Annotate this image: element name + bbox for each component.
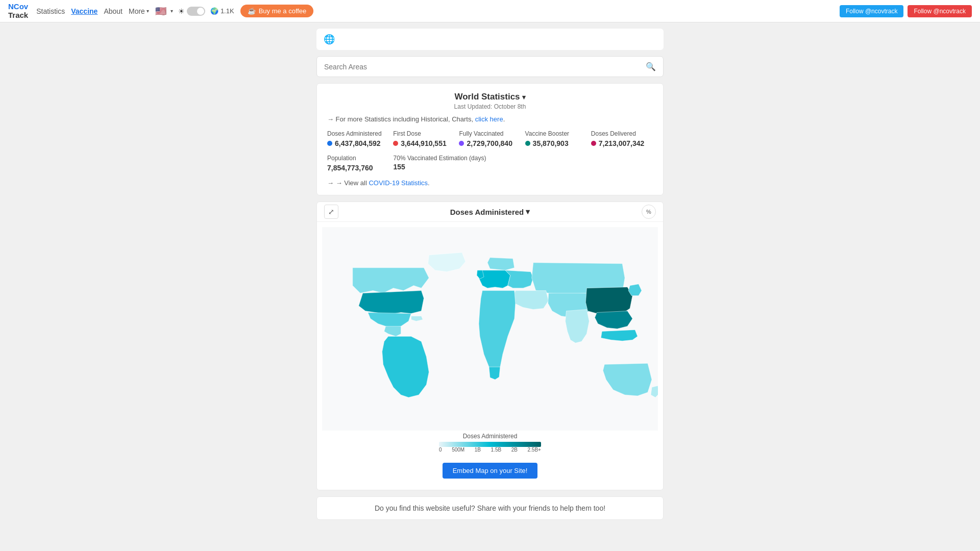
brand-track: Track	[8, 11, 28, 20]
embed-section: Embed Map on your Site!	[322, 457, 658, 485]
legend-bar-container: 0 500M 1B 1.5B 2B 2.5B+	[439, 442, 541, 453]
nav-vaccine[interactable]: Vaccine	[71, 7, 97, 15]
stats-click-here-link[interactable]: click here	[475, 115, 503, 123]
legend-bar	[439, 442, 541, 447]
toggle-track[interactable]	[187, 7, 205, 16]
percentage-toggle-button[interactable]: %	[642, 205, 656, 219]
flag-arrow-icon: ▾	[170, 8, 173, 14]
world-stats-card: World Statistics ▾ Last Updated: October…	[316, 83, 664, 195]
stats-info-prefix: → For more Statistics including Historic…	[327, 115, 473, 123]
stats-title: World Statistics ▾	[327, 92, 653, 102]
chevron-down-icon: ▾	[146, 8, 149, 14]
legend-labels: 0 500M 1B 1.5B 2B 2.5B+	[439, 447, 541, 453]
dot-red-icon	[393, 141, 398, 146]
dot-blue-icon	[327, 141, 332, 146]
view-all: → → View all COVID-19 Statistics.	[327, 179, 653, 187]
stats-updated: Last Updated: October 8th	[327, 103, 653, 110]
navbar: NCov Track Statistics Vaccine About More…	[0, 0, 980, 22]
world-map-svg	[322, 227, 658, 431]
view-all-arrow-icon: →	[327, 179, 334, 187]
toggle-thumb	[197, 8, 204, 15]
brand-link[interactable]: NCov Track	[8, 3, 28, 19]
dot-teal-icon	[525, 141, 530, 146]
legend-bar-wrapper: 0 500M 1B 1.5B 2B 2.5B+	[322, 442, 658, 453]
sun-icon: ☀	[178, 7, 185, 15]
stat-doses-administered: Doses Administered 6,437,804,592	[327, 130, 389, 147]
map-container: Doses Administered 0 500M 1B 1.5B 2B 2.5…	[317, 222, 663, 490]
brand-ncov: NCov	[8, 3, 28, 11]
coffee-icon: ☕	[248, 7, 256, 15]
stat-fully-vaccinated: Fully Vaccinated 2,729,700,840	[459, 130, 521, 147]
map-title-arrow-icon[interactable]: ▾	[526, 207, 530, 216]
stat-doses-delivered: Doses Delivered 7,213,007,342	[591, 130, 653, 147]
map-title: Doses Administered ▾	[450, 207, 530, 216]
stats-info: → For more Statistics including Historic…	[327, 115, 653, 123]
globe-card: 🌐	[316, 29, 664, 50]
nav-more-label: More	[129, 7, 145, 15]
red-follow-button[interactable]: Follow @ncovtrack	[908, 5, 972, 17]
map-card: ⤢ Doses Administered ▾ %	[316, 202, 664, 490]
nav-right-actions: Follow @ncovtrack Follow @ncovtrack	[840, 5, 972, 17]
twitter-follow-button[interactable]: Follow @ncovtrack	[840, 5, 904, 17]
map-legend: Doses Administered 0 500M 1B 1.5B 2B 2.5…	[322, 431, 658, 457]
stat-population: Population 7,854,773,760	[327, 155, 373, 172]
theme-toggle[interactable]: ☀	[178, 7, 205, 16]
legend-title: Doses Administered	[322, 433, 658, 440]
dot-purple-icon	[459, 141, 464, 146]
map-header: ⤢ Doses Administered ▾ %	[317, 202, 663, 222]
share-text: Do you find this website useful? Share w…	[375, 504, 605, 512]
search-icon[interactable]: 🔍	[646, 62, 656, 71]
stats-grid: Doses Administered 6,437,804,592 First D…	[327, 130, 653, 147]
visitor-count: 🌍 1.1K	[210, 7, 234, 15]
stat-booster: Vaccine Booster 35,870,903	[525, 130, 587, 147]
expand-button[interactable]: ⤢	[324, 205, 338, 219]
stats-title-arrow-icon[interactable]: ▾	[522, 93, 526, 101]
stats-extra: Population 7,854,773,760 70% Vaccinated …	[327, 155, 653, 172]
globe-icon: 🌐	[324, 34, 335, 45]
share-card: Do you find this website useful? Share w…	[316, 496, 664, 520]
stat-first-dose: First Dose 3,644,910,551	[393, 130, 455, 147]
embed-map-button[interactable]: Embed Map on your Site!	[443, 463, 538, 479]
main-content: 🌐 🔍 World Statistics ▾ Last Updated: Oct…	[316, 22, 664, 540]
search-card: 🔍	[316, 56, 664, 77]
nav-about[interactable]: About	[104, 7, 122, 15]
nav-more-dropdown[interactable]: More ▾	[129, 7, 149, 15]
coffee-button[interactable]: ☕ Buy me a coffee	[240, 5, 314, 17]
search-input[interactable]	[324, 63, 642, 71]
stat-estimation: 70% Vaccinated Estimation (days) 155	[394, 155, 486, 172]
earth-icon: 🌍	[210, 7, 218, 15]
flag-icon[interactable]: 🇺🇸	[155, 6, 166, 17]
covid-stats-link[interactable]: COVID-19 Statistics	[369, 179, 428, 187]
nav-statistics[interactable]: Statistics	[36, 7, 65, 15]
dot-pink-icon	[591, 141, 596, 146]
